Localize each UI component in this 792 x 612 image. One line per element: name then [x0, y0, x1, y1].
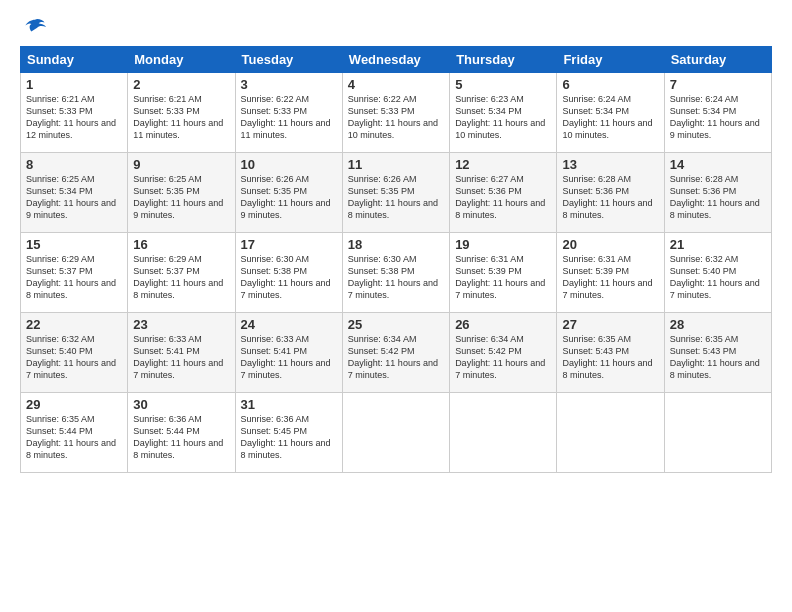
day-number: 21 — [670, 237, 766, 252]
calendar-cell: 1 Sunrise: 6:21 AM Sunset: 5:33 PM Dayli… — [21, 73, 128, 153]
day-number: 28 — [670, 317, 766, 332]
week-row-3: 15 Sunrise: 6:29 AM Sunset: 5:37 PM Dayl… — [21, 233, 772, 313]
week-row-5: 29 Sunrise: 6:35 AM Sunset: 5:44 PM Dayl… — [21, 393, 772, 473]
day-number: 10 — [241, 157, 337, 172]
day-number: 6 — [562, 77, 658, 92]
calendar-cell — [664, 393, 771, 473]
calendar-cell: 24 Sunrise: 6:33 AM Sunset: 5:41 PM Dayl… — [235, 313, 342, 393]
day-info: Sunrise: 6:35 AM Sunset: 5:44 PM Dayligh… — [26, 413, 122, 462]
calendar-cell — [450, 393, 557, 473]
day-header-tuesday: Tuesday — [235, 47, 342, 73]
day-number: 20 — [562, 237, 658, 252]
day-number: 5 — [455, 77, 551, 92]
day-info: Sunrise: 6:24 AM Sunset: 5:34 PM Dayligh… — [670, 93, 766, 142]
day-number: 15 — [26, 237, 122, 252]
day-info: Sunrise: 6:30 AM Sunset: 5:38 PM Dayligh… — [241, 253, 337, 302]
day-number: 7 — [670, 77, 766, 92]
calendar-cell: 12 Sunrise: 6:27 AM Sunset: 5:36 PM Dayl… — [450, 153, 557, 233]
week-row-2: 8 Sunrise: 6:25 AM Sunset: 5:34 PM Dayli… — [21, 153, 772, 233]
day-number: 26 — [455, 317, 551, 332]
day-info: Sunrise: 6:28 AM Sunset: 5:36 PM Dayligh… — [562, 173, 658, 222]
calendar-cell: 13 Sunrise: 6:28 AM Sunset: 5:36 PM Dayl… — [557, 153, 664, 233]
calendar-cell: 7 Sunrise: 6:24 AM Sunset: 5:34 PM Dayli… — [664, 73, 771, 153]
page: SundayMondayTuesdayWednesdayThursdayFrid… — [0, 0, 792, 612]
day-number: 2 — [133, 77, 229, 92]
day-number: 25 — [348, 317, 444, 332]
calendar-cell: 6 Sunrise: 6:24 AM Sunset: 5:34 PM Dayli… — [557, 73, 664, 153]
day-info: Sunrise: 6:21 AM Sunset: 5:33 PM Dayligh… — [133, 93, 229, 142]
day-info: Sunrise: 6:33 AM Sunset: 5:41 PM Dayligh… — [133, 333, 229, 382]
day-info: Sunrise: 6:33 AM Sunset: 5:41 PM Dayligh… — [241, 333, 337, 382]
day-info: Sunrise: 6:29 AM Sunset: 5:37 PM Dayligh… — [26, 253, 122, 302]
day-number: 12 — [455, 157, 551, 172]
day-header-wednesday: Wednesday — [342, 47, 449, 73]
calendar-cell: 15 Sunrise: 6:29 AM Sunset: 5:37 PM Dayl… — [21, 233, 128, 313]
calendar-cell — [557, 393, 664, 473]
day-info: Sunrise: 6:32 AM Sunset: 5:40 PM Dayligh… — [26, 333, 122, 382]
day-number: 1 — [26, 77, 122, 92]
day-number: 13 — [562, 157, 658, 172]
day-number: 14 — [670, 157, 766, 172]
day-info: Sunrise: 6:35 AM Sunset: 5:43 PM Dayligh… — [670, 333, 766, 382]
day-number: 11 — [348, 157, 444, 172]
calendar-cell: 9 Sunrise: 6:25 AM Sunset: 5:35 PM Dayli… — [128, 153, 235, 233]
calendar-cell: 29 Sunrise: 6:35 AM Sunset: 5:44 PM Dayl… — [21, 393, 128, 473]
day-info: Sunrise: 6:24 AM Sunset: 5:34 PM Dayligh… — [562, 93, 658, 142]
calendar-cell: 25 Sunrise: 6:34 AM Sunset: 5:42 PM Dayl… — [342, 313, 449, 393]
day-number: 8 — [26, 157, 122, 172]
day-number: 16 — [133, 237, 229, 252]
calendar-cell: 23 Sunrise: 6:33 AM Sunset: 5:41 PM Dayl… — [128, 313, 235, 393]
logo — [20, 18, 46, 36]
calendar-cell: 20 Sunrise: 6:31 AM Sunset: 5:39 PM Dayl… — [557, 233, 664, 313]
calendar-cell: 26 Sunrise: 6:34 AM Sunset: 5:42 PM Dayl… — [450, 313, 557, 393]
day-info: Sunrise: 6:31 AM Sunset: 5:39 PM Dayligh… — [455, 253, 551, 302]
day-info: Sunrise: 6:22 AM Sunset: 5:33 PM Dayligh… — [348, 93, 444, 142]
calendar-cell: 10 Sunrise: 6:26 AM Sunset: 5:35 PM Dayl… — [235, 153, 342, 233]
day-info: Sunrise: 6:25 AM Sunset: 5:35 PM Dayligh… — [133, 173, 229, 222]
calendar-cell: 19 Sunrise: 6:31 AM Sunset: 5:39 PM Dayl… — [450, 233, 557, 313]
calendar-cell: 14 Sunrise: 6:28 AM Sunset: 5:36 PM Dayl… — [664, 153, 771, 233]
day-header-monday: Monday — [128, 47, 235, 73]
day-header-saturday: Saturday — [664, 47, 771, 73]
week-row-4: 22 Sunrise: 6:32 AM Sunset: 5:40 PM Dayl… — [21, 313, 772, 393]
calendar-cell: 2 Sunrise: 6:21 AM Sunset: 5:33 PM Dayli… — [128, 73, 235, 153]
calendar-cell: 11 Sunrise: 6:26 AM Sunset: 5:35 PM Dayl… — [342, 153, 449, 233]
day-info: Sunrise: 6:26 AM Sunset: 5:35 PM Dayligh… — [348, 173, 444, 222]
calendar: SundayMondayTuesdayWednesdayThursdayFrid… — [20, 46, 772, 473]
day-number: 27 — [562, 317, 658, 332]
day-number: 24 — [241, 317, 337, 332]
calendar-cell: 18 Sunrise: 6:30 AM Sunset: 5:38 PM Dayl… — [342, 233, 449, 313]
day-info: Sunrise: 6:26 AM Sunset: 5:35 PM Dayligh… — [241, 173, 337, 222]
day-info: Sunrise: 6:30 AM Sunset: 5:38 PM Dayligh… — [348, 253, 444, 302]
calendar-cell — [342, 393, 449, 473]
day-info: Sunrise: 6:35 AM Sunset: 5:43 PM Dayligh… — [562, 333, 658, 382]
day-info: Sunrise: 6:25 AM Sunset: 5:34 PM Dayligh… — [26, 173, 122, 222]
calendar-cell: 28 Sunrise: 6:35 AM Sunset: 5:43 PM Dayl… — [664, 313, 771, 393]
calendar-cell: 16 Sunrise: 6:29 AM Sunset: 5:37 PM Dayl… — [128, 233, 235, 313]
day-header-friday: Friday — [557, 47, 664, 73]
calendar-cell: 22 Sunrise: 6:32 AM Sunset: 5:40 PM Dayl… — [21, 313, 128, 393]
calendar-cell: 31 Sunrise: 6:36 AM Sunset: 5:45 PM Dayl… — [235, 393, 342, 473]
day-info: Sunrise: 6:27 AM Sunset: 5:36 PM Dayligh… — [455, 173, 551, 222]
day-info: Sunrise: 6:31 AM Sunset: 5:39 PM Dayligh… — [562, 253, 658, 302]
day-number: 17 — [241, 237, 337, 252]
day-number: 9 — [133, 157, 229, 172]
calendar-cell: 8 Sunrise: 6:25 AM Sunset: 5:34 PM Dayli… — [21, 153, 128, 233]
day-info: Sunrise: 6:29 AM Sunset: 5:37 PM Dayligh… — [133, 253, 229, 302]
day-number: 22 — [26, 317, 122, 332]
logo-bird-icon — [24, 18, 46, 36]
day-number: 30 — [133, 397, 229, 412]
day-number: 29 — [26, 397, 122, 412]
calendar-cell: 21 Sunrise: 6:32 AM Sunset: 5:40 PM Dayl… — [664, 233, 771, 313]
calendar-cell: 30 Sunrise: 6:36 AM Sunset: 5:44 PM Dayl… — [128, 393, 235, 473]
calendar-cell: 5 Sunrise: 6:23 AM Sunset: 5:34 PM Dayli… — [450, 73, 557, 153]
day-info: Sunrise: 6:36 AM Sunset: 5:44 PM Dayligh… — [133, 413, 229, 462]
day-info: Sunrise: 6:22 AM Sunset: 5:33 PM Dayligh… — [241, 93, 337, 142]
day-number: 31 — [241, 397, 337, 412]
header-row: SundayMondayTuesdayWednesdayThursdayFrid… — [21, 47, 772, 73]
day-number: 18 — [348, 237, 444, 252]
day-info: Sunrise: 6:36 AM Sunset: 5:45 PM Dayligh… — [241, 413, 337, 462]
day-number: 3 — [241, 77, 337, 92]
day-header-sunday: Sunday — [21, 47, 128, 73]
day-info: Sunrise: 6:34 AM Sunset: 5:42 PM Dayligh… — [348, 333, 444, 382]
